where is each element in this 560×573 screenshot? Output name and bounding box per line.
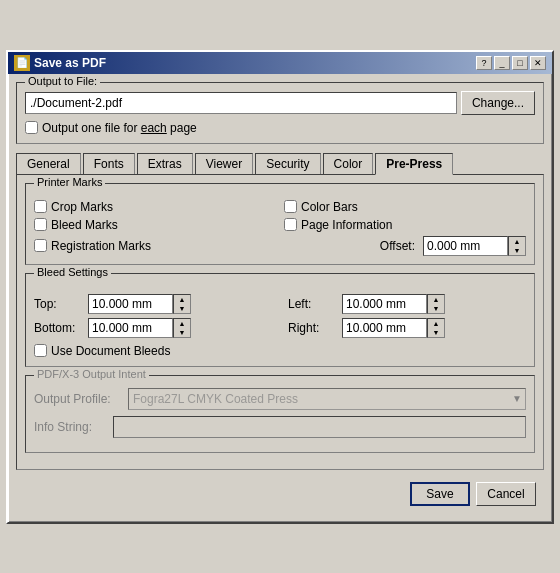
- prepress-panel: Printer Marks Crop Marks Color Bars B: [16, 174, 544, 470]
- maximize-button[interactable]: □: [512, 56, 528, 70]
- left-row: Left: ▲ ▼: [288, 294, 526, 314]
- offset-input[interactable]: [423, 236, 508, 256]
- registration-marks-label: Registration Marks: [51, 239, 151, 253]
- output-profile-row: Output Profile: Fogra27L CMYK Coated Pre…: [34, 388, 526, 410]
- top-spinbox: ▲ ▼: [88, 294, 191, 314]
- top-row: Top: ▲ ▼: [34, 294, 272, 314]
- output-file-group: Output to File: Change... Output one fil…: [16, 82, 544, 144]
- right-spin-buttons: ▲ ▼: [427, 318, 445, 338]
- bleed-grid: Top: ▲ ▼ Left:: [34, 286, 526, 338]
- dialog-content: Output to File: Change... Output one fil…: [8, 74, 552, 522]
- offset-spin-up[interactable]: ▲: [509, 237, 525, 246]
- right-label: Right:: [288, 321, 338, 335]
- tab-color[interactable]: Color: [323, 153, 374, 175]
- page-info-row: Page Information: [284, 218, 526, 232]
- cancel-button[interactable]: Cancel: [476, 482, 536, 506]
- minimize-button[interactable]: _: [494, 56, 510, 70]
- page-info-label: Page Information: [301, 218, 392, 232]
- crop-marks-row: Crop Marks: [34, 200, 276, 214]
- info-string-row: Info String:: [34, 416, 526, 438]
- use-document-bleeds-row: Use Document Bleeds: [34, 344, 526, 358]
- right-spin-down[interactable]: ▼: [428, 328, 444, 337]
- bottom-spin-buttons: ▲ ▼: [173, 318, 191, 338]
- tab-viewer[interactable]: Viewer: [195, 153, 253, 175]
- bottom-spin-up[interactable]: ▲: [174, 319, 190, 328]
- top-spin-down[interactable]: ▼: [174, 304, 190, 313]
- bottom-label: Bottom:: [34, 321, 84, 335]
- use-document-bleeds-label: Use Document Bleeds: [51, 344, 170, 358]
- bottom-spin-down[interactable]: ▼: [174, 328, 190, 337]
- help-button[interactable]: ?: [476, 56, 492, 70]
- profile-select-wrapper: Fogra27L CMYK Coated Press ▼: [128, 388, 526, 410]
- output-profile-label: Output Profile:: [34, 392, 124, 406]
- tab-security[interactable]: Security: [255, 153, 320, 175]
- change-button[interactable]: Change...: [461, 91, 535, 115]
- left-spinbox: ▲ ▼: [342, 294, 445, 314]
- right-input[interactable]: [342, 318, 427, 338]
- bleed-marks-checkbox[interactable]: [34, 218, 47, 231]
- tab-extras[interactable]: Extras: [137, 153, 193, 175]
- left-spin-buttons: ▲ ▼: [427, 294, 445, 314]
- bottom-spinbox: ▲ ▼: [88, 318, 191, 338]
- file-path-input[interactable]: [25, 92, 457, 114]
- left-spin-down[interactable]: ▼: [428, 304, 444, 313]
- tab-general[interactable]: General: [16, 153, 81, 175]
- page-info-checkbox[interactable]: [284, 218, 297, 231]
- save-button[interactable]: Save: [410, 482, 470, 506]
- top-input[interactable]: [88, 294, 173, 314]
- tabs-wrapper: General Fonts Extras Viewer Security Col…: [16, 152, 544, 470]
- output-profile-select: Fogra27L CMYK Coated Press: [128, 388, 526, 410]
- dialog-title: Save as PDF: [34, 56, 106, 70]
- bleed-settings-label: Bleed Settings: [34, 266, 111, 278]
- printer-marks-group: Printer Marks Crop Marks Color Bars B: [25, 183, 535, 265]
- printer-marks-label: Printer Marks: [34, 176, 105, 188]
- tab-fonts[interactable]: Fonts: [83, 153, 135, 175]
- pdfx3-group: PDF/X-3 Output Intent Output Profile: Fo…: [25, 375, 535, 453]
- bleed-marks-row: Bleed Marks: [34, 218, 276, 232]
- left-label: Left:: [288, 297, 338, 311]
- save-as-pdf-dialog: 📄 Save as PDF ? _ □ ✕ Output to File: Ch…: [6, 50, 554, 524]
- bleed-settings-group: Bleed Settings Top: ▲ ▼: [25, 273, 535, 367]
- dialog-footer: Save Cancel: [16, 478, 544, 514]
- one-file-text: Output one file for each page: [42, 121, 197, 135]
- offset-label: Offset:: [380, 239, 415, 253]
- top-spin-up[interactable]: ▲: [174, 295, 190, 304]
- offset-spinbox: ▲ ▼: [423, 236, 526, 256]
- right-spinbox: ▲ ▼: [342, 318, 445, 338]
- output-row: Change...: [25, 91, 535, 115]
- left-spin-up[interactable]: ▲: [428, 295, 444, 304]
- printer-marks-grid: Crop Marks Color Bars Bleed Marks P: [34, 196, 526, 232]
- use-document-bleeds-checkbox[interactable]: [34, 344, 47, 357]
- tab-prepress[interactable]: Pre-Press: [375, 153, 453, 175]
- left-input[interactable]: [342, 294, 427, 314]
- registration-marks-checkbox[interactable]: [34, 239, 47, 252]
- color-bars-row: Color Bars: [284, 200, 526, 214]
- bleed-marks-label: Bleed Marks: [51, 218, 118, 232]
- right-row: Right: ▲ ▼: [288, 318, 526, 338]
- one-file-row: Output one file for each page: [25, 121, 535, 135]
- one-file-checkbox[interactable]: [25, 121, 38, 134]
- top-label: Top:: [34, 297, 84, 311]
- offset-row: Registration Marks Offset: ▲ ▼: [34, 236, 526, 256]
- crop-marks-checkbox[interactable]: [34, 200, 47, 213]
- dialog-icon: 📄: [14, 55, 30, 71]
- pdfx3-label: PDF/X-3 Output Intent: [34, 368, 149, 380]
- color-bars-checkbox[interactable]: [284, 200, 297, 213]
- bottom-input[interactable]: [88, 318, 173, 338]
- titlebar-left: 📄 Save as PDF: [14, 55, 106, 71]
- close-button[interactable]: ✕: [530, 56, 546, 70]
- tabs: General Fonts Extras Viewer Security Col…: [16, 152, 544, 174]
- right-spin-up[interactable]: ▲: [428, 319, 444, 328]
- bottom-row: Bottom: ▲ ▼: [34, 318, 272, 338]
- color-bars-label: Color Bars: [301, 200, 358, 214]
- crop-marks-label: Crop Marks: [51, 200, 113, 214]
- titlebar-buttons: ? _ □ ✕: [476, 56, 546, 70]
- top-spin-buttons: ▲ ▼: [173, 294, 191, 314]
- titlebar: 📄 Save as PDF ? _ □ ✕: [8, 52, 552, 74]
- output-file-label: Output to File:: [25, 75, 100, 87]
- offset-spin-buttons: ▲ ▼: [508, 236, 526, 256]
- info-string-label: Info String:: [34, 420, 109, 434]
- offset-spin-down[interactable]: ▼: [509, 246, 525, 255]
- info-string-input: [113, 416, 526, 438]
